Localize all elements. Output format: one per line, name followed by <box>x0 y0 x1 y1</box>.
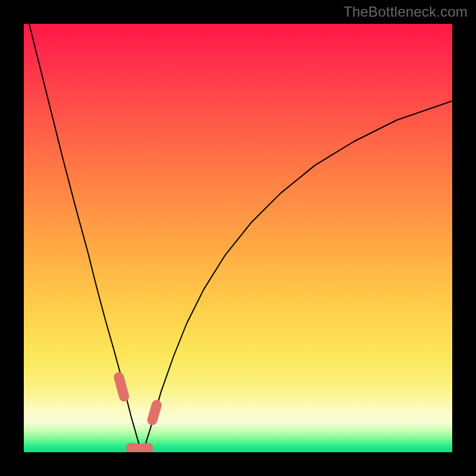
marker-right-band <box>152 405 156 420</box>
marker-floor-right <box>143 448 148 449</box>
chart-frame: TheBottleneck.com <box>0 0 476 476</box>
marker-floor-left <box>131 448 139 449</box>
watermark-text: TheBottleneck.com <box>343 4 468 20</box>
marker-layer <box>24 24 452 452</box>
plot-area <box>24 24 452 452</box>
marker-left-band <box>119 377 124 396</box>
